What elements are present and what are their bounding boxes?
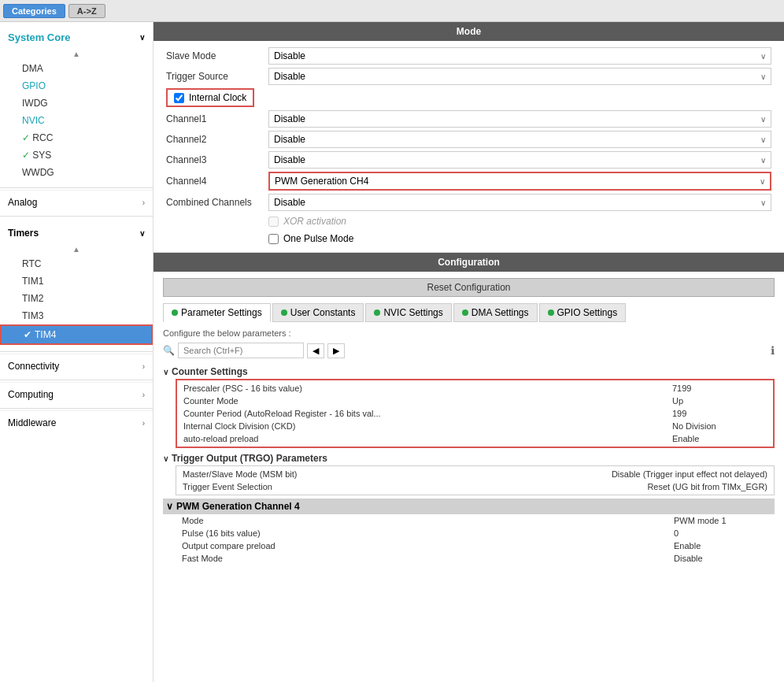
combined-channels-select[interactable]: Disable ∨: [268, 194, 771, 211]
tab-user-constants[interactable]: User Constants: [272, 303, 364, 322]
config-section: Configuration Reset Configuration Parame…: [153, 253, 784, 682]
sidebar-group-analog[interactable]: Analog ›: [0, 190, 153, 214]
config-tabs: Parameter Settings User Constants NVIC S…: [163, 303, 775, 322]
xor-checkbox[interactable]: [268, 217, 279, 227]
sidebar-item-tim3[interactable]: TIM3: [0, 307, 153, 324]
pwm-param-name-1: Pulse (16 bits value): [182, 528, 674, 538]
sidebar-group-connectivity[interactable]: Connectivity ›: [0, 354, 153, 378]
search-icon: 🔍: [163, 345, 175, 356]
trigger-output-group: ∨ Trigger Output (TRGO) Parameters Maste…: [163, 451, 775, 495]
trigger-param-value-1: Reset (UG bit from TIMx_EGR): [647, 482, 767, 491]
config-body: Reset Configuration Parameter Settings U…: [153, 272, 784, 682]
trigger-source-select[interactable]: Disable ∨: [268, 68, 771, 85]
trigger-output-label: Trigger Output (TRGO) Parameters: [172, 453, 327, 464]
content-area: Mode Slave Mode Disable ∨ Trigger Source…: [153, 22, 784, 682]
slave-mode-select[interactable]: Disable ∨: [268, 47, 771, 65]
channel3-label: Channel3: [166, 154, 268, 165]
sidebar-item-rcc[interactable]: RCC: [0, 129, 153, 146]
internal-clock-highlighted: Internal Clock: [166, 88, 254, 107]
tab-az[interactable]: A->Z: [68, 4, 105, 18]
counter-settings-rows: Prescaler (PSC - 16 bits value) 7199 Cou…: [176, 379, 775, 448]
dma-settings-label: DMA Settings: [472, 307, 529, 318]
search-prev-button[interactable]: ◀: [307, 343, 324, 358]
analog-arrow: ›: [142, 198, 145, 207]
tim4-label: TIM4: [35, 329, 56, 340]
sidebar-group-computing[interactable]: Computing ›: [0, 382, 153, 406]
timers-scroll-up[interactable]: ▲: [0, 243, 153, 255]
slave-mode-value: Disable: [274, 50, 760, 61]
channel1-row: Channel1 Disable ∨: [166, 110, 771, 128]
one-pulse-checkbox[interactable]: [268, 234, 279, 244]
search-next-button[interactable]: ▶: [327, 343, 345, 358]
tab-nvic-settings[interactable]: NVIC Settings: [365, 303, 451, 322]
sidebar-group-middleware[interactable]: Middleware ›: [0, 410, 153, 435]
one-pulse-label: One Pulse Mode: [283, 233, 353, 244]
channel2-select[interactable]: Disable ∨: [268, 131, 771, 148]
sidebar: System Core ∨ ▲ DMA GPIO IWDG NVIC RCC S…: [0, 22, 153, 682]
dma-settings-dot: [462, 309, 468, 316]
sidebar-item-tim4[interactable]: ✔ TIM4: [0, 324, 153, 345]
param-value-1: Up: [672, 396, 767, 406]
trigger-output-header[interactable]: ∨ Trigger Output (TRGO) Parameters: [163, 451, 775, 465]
divider-4: [0, 380, 153, 380]
channel3-select[interactable]: Disable ∨: [268, 151, 771, 169]
nvic-settings-dot: [374, 309, 380, 316]
pwm-rows: Mode PWM mode 1 Pulse (16 bits value) 0 …: [163, 514, 775, 565]
param-name-2: Counter Period (AutoReload Register - 16…: [183, 409, 672, 418]
search-input[interactable]: [178, 343, 304, 358]
system-core-arrow: ∨: [139, 33, 145, 42]
mode-section: Slave Mode Disable ∨ Trigger Source Disa…: [153, 41, 784, 253]
channel4-select[interactable]: PWM Generation CH4 ∨: [268, 172, 771, 191]
slave-mode-row: Slave Mode Disable ∨: [166, 47, 771, 65]
pwm-param-value-3: Disable: [674, 554, 768, 563]
connectivity-label: Connectivity: [8, 361, 59, 372]
sidebar-item-tim1[interactable]: TIM1: [0, 272, 153, 290]
reset-config-button[interactable]: Reset Configuration: [163, 278, 775, 297]
trigger-source-label: Trigger Source: [166, 71, 268, 82]
channel3-value: Disable: [274, 154, 760, 165]
sidebar-item-rtc[interactable]: RTC: [0, 255, 153, 272]
table-row: Counter Mode Up: [177, 395, 773, 407]
counter-settings-collapse-icon: ∨: [163, 368, 168, 376]
sidebar-item-nvic[interactable]: NVIC: [0, 112, 153, 129]
tab-dma-settings[interactable]: DMA Settings: [453, 303, 538, 322]
channel1-label: Channel1: [166, 113, 268, 124]
internal-clock-checkbox[interactable]: [174, 93, 184, 103]
sidebar-item-dma[interactable]: DMA: [0, 60, 153, 77]
pwm-channel-label: PWM Generation Channel 4: [176, 501, 300, 512]
trigger-source-value: Disable: [274, 71, 760, 82]
sidebar-item-gpio[interactable]: GPIO: [0, 77, 153, 95]
tab-gpio-settings[interactable]: GPIO Settings: [539, 303, 627, 322]
sidebar-section-system-core: System Core ∨ ▲ DMA GPIO IWDG NVIC RCC S…: [0, 22, 153, 186]
sidebar-item-sys[interactable]: SYS: [0, 146, 153, 164]
info-icon[interactable]: ℹ: [771, 344, 775, 357]
tab-parameter-settings[interactable]: Parameter Settings: [163, 303, 271, 322]
pwm-param-value-0: PWM mode 1: [674, 516, 768, 525]
xor-label: XOR activation: [283, 216, 346, 227]
pwm-channel-header[interactable]: ∨ PWM Generation Channel 4: [163, 499, 775, 514]
mode-section-header: Mode: [153, 22, 784, 41]
sidebar-group-system-core[interactable]: System Core ∨: [0, 27, 153, 48]
trigger-output-rows: Master/Slave Mode (MSM bit) Disable (Tri…: [176, 465, 775, 495]
sidebar-item-tim2[interactable]: TIM2: [0, 290, 153, 307]
gpio-settings-label: GPIO Settings: [557, 307, 618, 318]
channel4-value: PWM Generation CH4: [275, 176, 760, 187]
channel1-select[interactable]: Disable ∨: [268, 110, 771, 128]
param-value-4: Enable: [672, 434, 767, 443]
param-name-0: Prescaler (PSC - 16 bits value): [183, 384, 672, 393]
slave-mode-arrow-icon: ∨: [760, 52, 766, 61]
table-row: Prescaler (PSC - 16 bits value) 7199: [177, 382, 773, 395]
channel3-arrow-icon: ∨: [760, 156, 766, 165]
trigger-output-collapse-icon: ∨: [163, 454, 168, 463]
sidebar-group-timers[interactable]: Timers ∨: [0, 223, 153, 243]
counter-settings-header[interactable]: ∨ Counter Settings: [163, 365, 775, 379]
scroll-up[interactable]: ▲: [0, 48, 153, 60]
pwm-param-value-1: 0: [674, 528, 768, 538]
sidebar-item-iwdg[interactable]: IWDG: [0, 95, 153, 112]
sidebar-item-wwdg[interactable]: WWDG: [0, 164, 153, 181]
tab-categories[interactable]: Categories: [3, 4, 65, 18]
table-row: Pulse (16 bits value) 0: [163, 527, 775, 539]
gpio-settings-dot: [548, 309, 554, 316]
channel2-label: Channel2: [166, 134, 268, 145]
channel1-value: Disable: [274, 113, 760, 124]
